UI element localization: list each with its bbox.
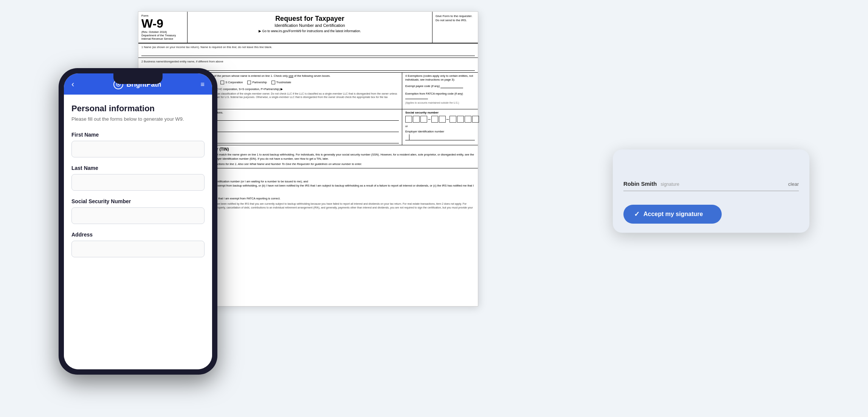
w9-exempt-payee: Exempt payee code (if any) [405,84,475,88]
w9-ssn-section: Social security number – – [402,109,478,145]
back-button[interactable]: ‹ [71,79,74,89]
w9-header-left: Form W-9 (Rev. October 2018) Department … [138,12,188,43]
ssn-cell-1[interactable] [405,116,412,123]
ssn-cell-8[interactable] [465,116,471,123]
phone-notch [113,73,163,84]
ssn-dash-1: – [428,117,431,122]
w9-header: Form W-9 (Rev. October 2018) Department … [138,12,478,44]
address-label: Address [71,232,205,238]
w9-ssn-or: or [405,124,475,128]
w9-header-center: Request for Taxpayer Identification Numb… [188,12,432,43]
w9-ssn-group3 [450,116,479,123]
ssn-cell-9[interactable] [472,116,479,123]
signature-panel: Robin Smith signature clear ✓ Accept my … [613,149,809,233]
checkmark-icon: ✓ [634,210,640,218]
w9-field1-label: 1 Name (as shown on your income tax retu… [141,45,475,49]
page-subtitle: Please fill out the forms below to gener… [71,116,205,123]
ssn-dash-2: – [446,117,449,122]
first-name-label: First Name [71,132,205,138]
signature-name-row: Robin Smith signature [623,180,799,187]
page-title: Personal information [71,104,205,114]
ssn-cell-7[interactable] [457,116,464,123]
signature-type-label: signature [661,182,679,187]
ssn-input[interactable] [71,207,205,224]
w9-field4-label: 4 Exemptions (codes apply only to certai… [405,74,475,82]
w9-ssn-group1 [405,116,427,123]
ssn-label: Social Security Number [71,198,205,204]
phone-screen: ‹ BrightPath ≡ Personal information Plea… [64,73,212,369]
last-name-label: Last Name [71,165,205,171]
w9-rev-detail: (Rev. October 2018) [141,30,184,34]
w9-ein-input[interactable] [405,134,475,140]
w9-cb-trust[interactable]: Trust/estate [271,79,291,86]
accept-signature-button[interactable]: ✓ Accept my signature [623,205,722,224]
first-name-input[interactable] [71,141,205,157]
menu-button[interactable]: ≡ [200,81,205,89]
ssn-cell-6[interactable] [450,116,456,123]
ssn-cell-5[interactable] [439,116,446,123]
ssn-cell-3[interactable] [420,116,427,123]
w9-cb-s-corp[interactable]: S Corporation [220,79,243,86]
w9-ssn-box: – – [405,116,475,123]
w9-exempt-fatca: Exemption from FATCA reporting code (if … [405,92,475,99]
w9-exempt-note: (Applies to accounts maintained outside … [405,101,475,104]
phone-content: Personal information Please fill out the… [64,95,212,369]
w9-field4: 4 Exemptions (codes apply only to certai… [402,73,478,109]
w9-field1-input[interactable] [141,50,475,56]
w9-employer-label: Employer identification number [405,130,475,133]
address-input[interactable] [71,241,205,257]
w9-goto: ▶ Go to www.irs.gov/FormW9 for instructi… [191,29,428,33]
w9-subtitle: Identification Number and Certification [191,23,428,28]
accept-signature-label: Accept my signature [643,211,703,218]
ssn-cell-4[interactable] [431,116,438,123]
w9-irs: Internal Revenue Service [141,37,184,40]
phone-mockup: ‹ BrightPath ≡ Personal information Plea… [59,68,217,375]
w9-cb-partnership[interactable]: Partnership [247,79,267,86]
signature-name: Robin Smith [623,180,657,187]
w9-form-number: W-9 [141,17,184,30]
w9-field1: 1 Name (as shown on your income tax retu… [138,44,478,58]
clear-signature-button[interactable]: clear [788,181,799,187]
w9-ssn-group2 [431,116,446,123]
signature-drawing-area[interactable] [623,159,799,177]
w9-field2-label: 2 Business name/disregarded entity name,… [141,59,475,64]
w9-ssn-label: Social security number [405,111,475,114]
signature-line-area: Robin Smith signature clear [623,159,799,191]
last-name-input[interactable] [71,174,205,191]
w9-give-form: Give Form to the requester. Do not send … [432,12,478,43]
w9-dept: Department of the Treasury [141,34,184,37]
ssn-cell-2[interactable] [413,116,420,123]
w9-title: Request for Taxpayer [191,15,428,23]
